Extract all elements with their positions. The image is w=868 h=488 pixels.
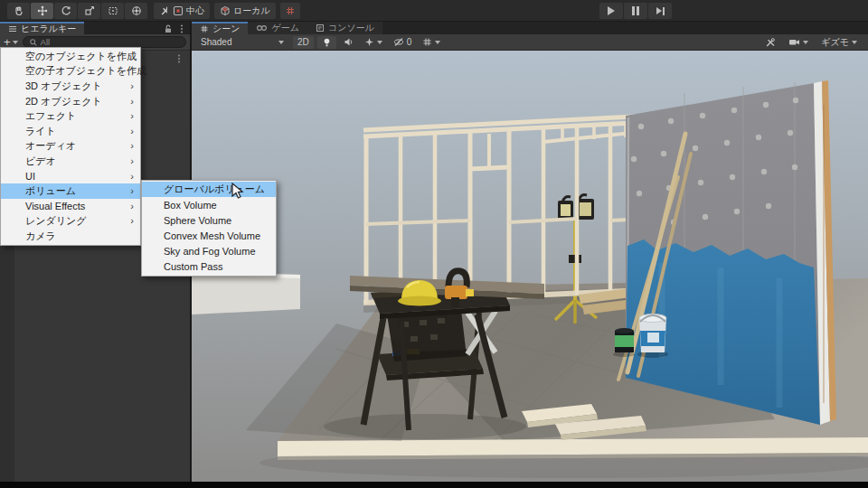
chevron-right-icon: › xyxy=(130,81,134,91)
menu-item-camera[interactable]: カメラ xyxy=(1,229,140,244)
volume-submenu: グローバルボリューム Box Volume Sphere Volume Conv… xyxy=(141,180,277,277)
grid-snap-button[interactable] xyxy=(280,3,300,19)
eye-slash-icon xyxy=(393,37,404,47)
tab-game[interactable]: ゲーム xyxy=(248,22,307,34)
step-icon xyxy=(656,7,665,15)
paint-bucket xyxy=(637,314,668,359)
create-object-context-menu: 空のオブジェクトを作成 空の子オブジェクトを作成 3D オブジェクト› 2D オ… xyxy=(0,47,141,246)
kebab-menu-icon[interactable] xyxy=(179,23,184,34)
scene-visibility-button[interactable]: 0 xyxy=(390,36,416,49)
transform-icon xyxy=(131,5,142,16)
pause-button[interactable] xyxy=(624,3,647,19)
lock-icon[interactable] xyxy=(163,23,174,34)
transform-tools-group xyxy=(7,3,177,19)
menu-item-2d-object[interactable]: 2D オブジェクト› xyxy=(1,94,140,109)
menu-item-light[interactable]: ライト› xyxy=(1,124,140,139)
chevron-right-icon: › xyxy=(130,202,134,211)
wrench-icon xyxy=(765,37,776,48)
orientation-local-button[interactable]: ローカル xyxy=(214,3,276,19)
pivot-center-label: 中心 xyxy=(186,5,204,17)
menu-item-rendering[interactable]: レンダリング› xyxy=(1,214,140,230)
menu-item-audio[interactable]: オーディオ› xyxy=(1,139,140,155)
play-button[interactable] xyxy=(599,3,623,19)
scene-effects-dropdown[interactable] xyxy=(361,36,386,49)
menu-item-volume[interactable]: ボリューム› xyxy=(1,183,140,199)
hierarchy-list-icon xyxy=(8,24,17,33)
menu-item-video[interactable]: ビデオ› xyxy=(1,154,140,169)
shading-mode-label: Shaded xyxy=(201,37,231,47)
scene-tools-button[interactable] xyxy=(761,36,779,49)
pivot-center-button[interactable]: 中心 xyxy=(167,3,210,19)
search-icon xyxy=(29,38,38,47)
scene-grid-icon xyxy=(200,24,209,33)
scene-tab-label: シーン xyxy=(212,23,240,35)
scene-camera-dropdown[interactable] xyxy=(785,36,812,49)
mouse-cursor xyxy=(231,183,246,201)
chevron-right-icon: › xyxy=(130,127,134,136)
gizmos-dropdown[interactable]: ギズモ xyxy=(817,36,861,49)
dropdown-arrow-icon xyxy=(278,41,284,44)
step-button[interactable] xyxy=(648,3,672,19)
chevron-right-icon: › xyxy=(130,97,134,107)
search-placeholder: All xyxy=(41,37,51,47)
speaker-icon xyxy=(344,37,354,47)
submenu-item-custom-pass[interactable]: Custom Pass xyxy=(142,258,276,274)
chevron-right-icon: › xyxy=(130,141,134,151)
submenu-item-convex-mesh-volume[interactable]: Convex Mesh Volume xyxy=(142,228,276,243)
transform-tool-button[interactable] xyxy=(125,3,147,19)
gizmos-label: ギズモ xyxy=(821,36,849,49)
console-icon xyxy=(316,23,325,33)
pivot-orientation-group: 中心 ローカル xyxy=(167,3,300,19)
scene-panel: シーン ゲーム コンソール Shaded 2D xyxy=(190,22,868,482)
grid-snap-icon xyxy=(285,5,296,16)
menu-item-ui[interactable]: UI› xyxy=(1,169,140,184)
hierarchy-row-kebab[interactable] xyxy=(176,53,182,64)
game-controller-icon xyxy=(256,23,268,33)
rotate-tool-button[interactable] xyxy=(54,3,77,19)
paint-can xyxy=(613,328,635,357)
menu-item-3d-object[interactable]: 3D オブジェクト› xyxy=(1,79,140,94)
scene-3d-render xyxy=(192,51,868,482)
submenu-item-box-volume[interactable]: Box Volume xyxy=(142,197,276,212)
submenu-item-sky-and-fog-volume[interactable]: Sky and Fog Volume xyxy=(142,243,276,258)
hierarchy-tabbar: ヒエラルキー xyxy=(0,22,190,34)
chevron-right-icon: › xyxy=(130,216,134,226)
toggle-2d-button[interactable]: 2D xyxy=(293,36,314,49)
scene-lighting-button[interactable] xyxy=(317,36,336,49)
menu-item-create-empty[interactable]: 空のオブジェクトを作成 xyxy=(1,49,140,64)
scene-toolbar-right: ギズモ xyxy=(761,36,864,49)
hand-tool-button[interactable] xyxy=(7,3,30,19)
move-tool-button[interactable] xyxy=(31,3,53,19)
chevron-right-icon: › xyxy=(130,172,134,182)
hierarchy-tab-label: ヒエラルキー xyxy=(21,23,76,35)
scene-grid-dropdown[interactable] xyxy=(419,36,444,49)
shading-mode-dropdown[interactable]: Shaded xyxy=(195,36,289,49)
console-tab-label: コンソール xyxy=(328,22,374,34)
scene-tabbar: シーン ゲーム コンソール xyxy=(192,22,868,34)
play-icon xyxy=(608,6,615,15)
menu-item-create-empty-child[interactable]: 空の子オブジェクトを作成 xyxy=(1,64,140,80)
playmode-controls xyxy=(599,3,673,19)
orientation-local-label: ローカル xyxy=(233,5,270,17)
chevron-right-icon: › xyxy=(130,156,134,166)
2d-label: 2D xyxy=(297,37,309,47)
unity-editor-window: 中心 ローカル ヒエラルキー xyxy=(0,0,868,488)
tab-hierarchy[interactable]: ヒエラルキー xyxy=(0,22,84,34)
tab-console[interactable]: コンソール xyxy=(307,22,382,34)
dropdown-arrow-icon xyxy=(435,41,440,44)
scene-viewport[interactable] xyxy=(192,51,868,482)
menu-item-effects[interactable]: エフェクト› xyxy=(1,108,140,124)
menu-item-visual-effects[interactable]: Visual Effects› xyxy=(1,199,140,214)
move-icon xyxy=(37,5,48,16)
rect-icon xyxy=(108,5,118,16)
submenu-item-global-volume[interactable]: グローバルボリューム xyxy=(142,182,276,197)
tab-scene[interactable]: シーン xyxy=(192,22,248,34)
submenu-item-sphere-volume[interactable]: Sphere Volume xyxy=(142,212,276,228)
camera-icon xyxy=(788,37,800,47)
pause-icon xyxy=(632,6,639,15)
scene-view-toolbar: Shaded 2D 0 xyxy=(192,34,868,51)
scale-tool-button[interactable] xyxy=(78,3,100,19)
scene-audio-button[interactable] xyxy=(340,36,357,49)
rect-tool-button[interactable] xyxy=(101,3,124,19)
dropdown-arrow-icon xyxy=(13,41,18,44)
